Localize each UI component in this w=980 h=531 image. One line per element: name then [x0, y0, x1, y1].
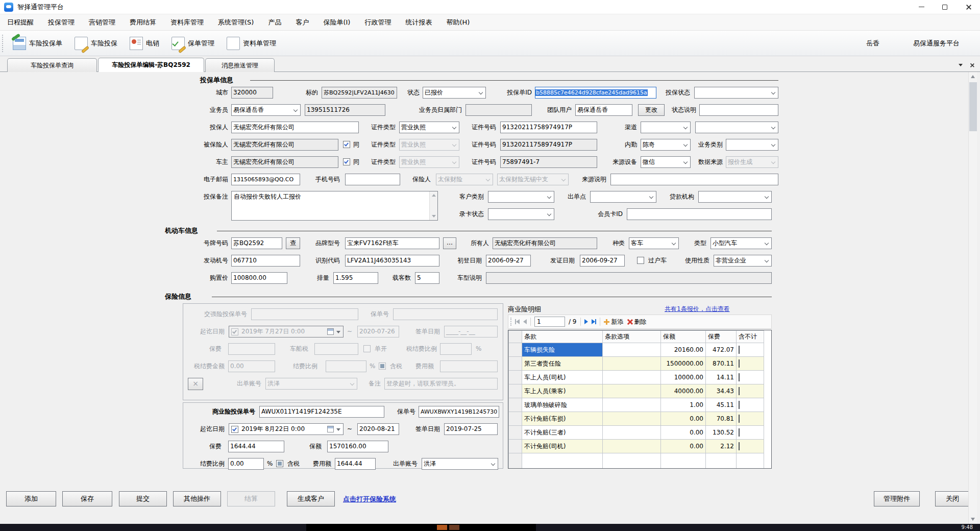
policy-id-field[interactable]: b58885c7e4624d928cfae245dad9615a [535, 87, 656, 99]
first-page-button[interactable] [515, 319, 520, 324]
usage-combo[interactable]: 非营业企业 [714, 255, 772, 267]
amount-cell[interactable]: 20160.00 [661, 343, 706, 357]
channel-combo-2[interactable] [695, 122, 778, 133]
open-insurance-system-link[interactable]: 点击打开保险系统 [343, 495, 396, 504]
submit-button[interactable]: 提交 [119, 491, 167, 506]
brand-more-button[interactable]: … [443, 237, 456, 249]
customer-type-combo[interactable] [488, 191, 554, 203]
premium-cell[interactable]: 130.52 [706, 426, 737, 440]
amount-cell[interactable]: 0.00 [661, 412, 706, 426]
exempt-cell[interactable] [737, 412, 764, 426]
exempt-checkbox[interactable] [739, 346, 740, 354]
row-selector[interactable] [509, 412, 522, 426]
close-page-button[interactable]: 关闭 [935, 491, 970, 506]
source-note-field[interactable] [610, 174, 778, 185]
first-reg-field[interactable]: 2006-09-27 [486, 255, 531, 267]
seats-field[interactable]: 5 [415, 272, 439, 284]
status-combo[interactable]: 已报价 [423, 87, 486, 99]
table-row[interactable]: 不计免赔(三者) 0.00 130.52 [509, 426, 764, 440]
type-combo[interactable]: 小型汽车 [710, 237, 772, 249]
menu-library[interactable]: 资料库管理 [163, 14, 211, 30]
comm-tax-included-checkbox[interactable] [276, 460, 283, 467]
exempt-cell[interactable] [737, 426, 764, 440]
option-cell[interactable] [603, 426, 661, 440]
toolbar-telemarketing[interactable]: 电销 [124, 33, 165, 54]
change-team-button[interactable]: 更改 [638, 104, 665, 116]
card-status-combo[interactable] [488, 208, 554, 220]
comm-account-combo[interactable]: 洪泽 [422, 458, 498, 470]
salesman-combo[interactable]: 易保通岳香 [231, 104, 301, 116]
team-user-field[interactable]: 易保通岳香 [575, 104, 632, 116]
gen-customer-button[interactable]: 生成客户 [287, 491, 335, 506]
displacement-field[interactable]: 1.595 [333, 272, 378, 284]
remark-scrollbar[interactable] [429, 191, 437, 220]
amount-cell[interactable]: 1500000.00 [661, 357, 706, 371]
page-number-input[interactable]: 1 [534, 317, 565, 327]
exempt-cell[interactable] [737, 343, 764, 357]
toolbar-policy-mgmt[interactable]: 保单管理 [165, 33, 220, 54]
menu-customer[interactable]: 客户 [288, 14, 316, 30]
next-page-button[interactable] [584, 319, 588, 324]
table-row[interactable]: 第三者责任险 1500000.00 870.11 [509, 357, 764, 371]
applicant-field[interactable]: 无锡宏亮化纤有限公司 [231, 122, 359, 133]
amount-cell[interactable]: 10000.00 [661, 371, 706, 384]
menu-fee-settle[interactable]: 费用结算 [122, 14, 163, 30]
engine-field[interactable]: 067710 [231, 255, 300, 267]
option-cell[interactable] [603, 440, 661, 453]
exempt-checkbox[interactable] [739, 415, 740, 423]
row-selector[interactable] [509, 384, 522, 398]
exempt-checkbox[interactable] [739, 373, 740, 381]
comm-amount-field[interactable]: 1570160.00 [327, 441, 388, 452]
vin-field[interactable]: LFV2A11J463035143 [345, 255, 439, 267]
premium-cell[interactable]: 70.81 [706, 412, 737, 426]
taskbar-tile[interactable] [437, 525, 447, 530]
comm-apply-no-field[interactable]: AWUX011Y1419F124235E [259, 406, 384, 418]
table-row[interactable]: 不计免赔(车损) 0.00 70.81 [509, 412, 764, 426]
row-selector[interactable] [509, 357, 522, 371]
add-row-button[interactable]: 新添 [604, 318, 624, 326]
clause-cell[interactable]: 不计免赔(司机) [522, 440, 603, 453]
applicant-cert-type-combo[interactable]: 营业执照 [399, 122, 459, 133]
exempt-checkbox[interactable] [739, 387, 740, 395]
issue-point-combo[interactable] [590, 191, 656, 203]
menu-schedule[interactable]: 日程提醒 [0, 14, 41, 30]
comm-policy-no-field[interactable]: AWUXBWXY1419B1245730 [419, 406, 499, 418]
col-amount[interactable]: 保额 [661, 331, 706, 343]
menu-help[interactable]: 帮助(H) [439, 14, 477, 30]
clause-cell[interactable]: 车上人员(司机) [522, 371, 603, 384]
scroll-up-icon[interactable] [971, 75, 975, 78]
main-scrollbar-thumb[interactable] [969, 82, 977, 131]
table-row[interactable]: 不计免赔(司机) 0.00 2.12 [509, 440, 764, 453]
price-field[interactable]: 100800.00 [231, 272, 287, 284]
col-exempt[interactable]: 含不计 [737, 331, 764, 343]
issue-date-field[interactable]: 2006-09-27 [580, 255, 625, 267]
menu-admin[interactable]: 行政管理 [357, 14, 398, 30]
save-button[interactable]: 保存 [62, 491, 112, 506]
exempt-checkbox[interactable] [739, 442, 740, 450]
last-page-button[interactable] [592, 319, 596, 324]
tab-message-push[interactable]: 消息推送管理 [205, 58, 275, 72]
row-selector[interactable] [509, 343, 522, 357]
comm-end-field[interactable]: 2020-08-21 [357, 423, 399, 435]
transfer-checkbox[interactable] [637, 257, 644, 264]
premium-cell[interactable]: 45.11 [706, 398, 737, 412]
exempt-cell[interactable] [737, 398, 764, 412]
plate-field[interactable]: 苏BQ2592 [231, 237, 282, 249]
option-cell[interactable] [603, 384, 661, 398]
quote-count-link[interactable]: 共有1条报价，点击查看 [665, 305, 730, 313]
prev-page-button[interactable] [523, 319, 527, 324]
exempt-cell[interactable] [737, 440, 764, 453]
option-cell[interactable] [603, 398, 661, 412]
amount-cell[interactable]: 0.00 [661, 440, 706, 453]
channel-combo-1[interactable] [641, 122, 691, 133]
option-cell[interactable] [603, 371, 661, 384]
table-row[interactable]: 车上人员(乘客) 40000.00 34.43 [509, 384, 764, 398]
exempt-cell[interactable] [737, 371, 764, 384]
toolbar-auto-apply[interactable]: 车险投保 [68, 33, 124, 54]
remark-textarea[interactable]: 自动报价失败转人工报价 [231, 191, 438, 221]
plate-query-button[interactable]: 查 [286, 237, 300, 249]
clause-cell[interactable]: 不计免赔(车损) [522, 412, 603, 426]
mobile-field[interactable] [345, 174, 400, 185]
clause-cell[interactable]: 车上人员(乘客) [522, 384, 603, 398]
table-row[interactable]: 车上人员(司机) 10000.00 14.11 [509, 371, 764, 384]
